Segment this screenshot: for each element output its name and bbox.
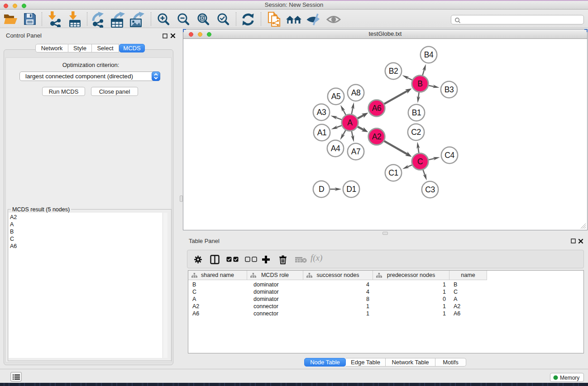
svg-text:C3: C3: [425, 185, 435, 194]
svg-text:A8: A8: [351, 88, 361, 97]
svg-text:B: B: [417, 79, 422, 88]
svg-text:A7: A7: [351, 147, 361, 156]
svg-text:C1: C1: [388, 168, 398, 177]
svg-text:B4: B4: [424, 50, 434, 59]
svg-text:A5: A5: [331, 92, 341, 101]
svg-text:A2: A2: [372, 132, 382, 141]
svg-text:A4: A4: [331, 144, 340, 153]
svg-text:C4: C4: [445, 151, 454, 160]
svg-text:A6: A6: [372, 104, 382, 113]
svg-text:B3: B3: [445, 85, 454, 94]
svg-text:B1: B1: [412, 108, 421, 117]
svg-text:A3: A3: [317, 108, 326, 117]
svg-text:A: A: [347, 118, 353, 127]
svg-text:C2: C2: [411, 128, 421, 137]
svg-text:C: C: [417, 157, 423, 166]
svg-text:B2: B2: [389, 67, 398, 76]
svg-text:A1: A1: [317, 128, 327, 137]
svg-text:D: D: [319, 185, 324, 194]
svg-text:D1: D1: [346, 185, 356, 194]
